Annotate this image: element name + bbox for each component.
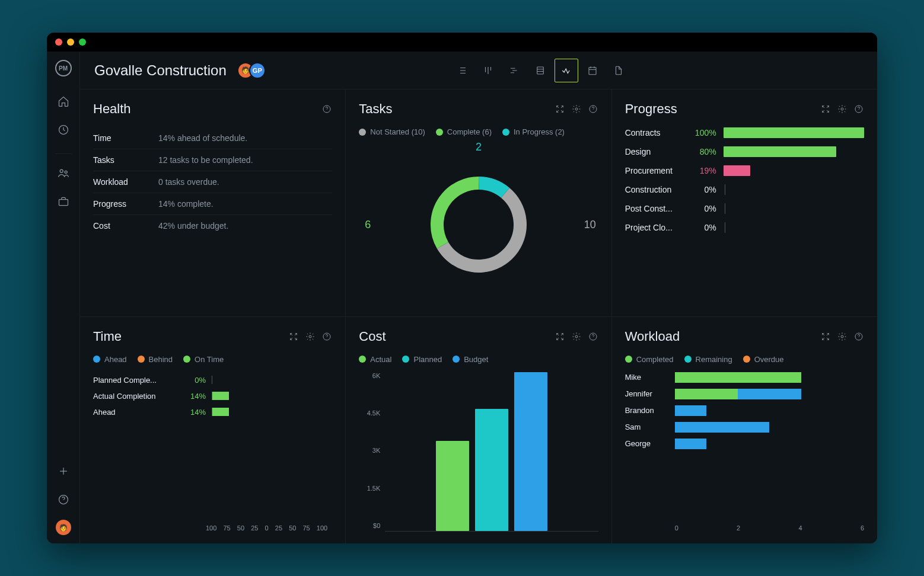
health-rows: Time14% ahead of schedule.Tasks12 tasks … [93,127,332,236]
help-icon[interactable] [853,331,864,342]
legend-dot [359,129,366,136]
legend-item[interactable]: Not Started (10) [359,127,425,136]
expand-icon[interactable] [820,104,831,114]
app-logo[interactable]: PM [55,60,72,76]
panel-title: Tasks [359,101,392,117]
progress-bar [724,146,864,157]
home-icon[interactable] [55,93,72,110]
workload-row: George [625,439,864,449]
avatar[interactable]: GP [249,62,266,79]
expand-icon[interactable] [555,331,565,342]
time-name: Planned Comple... [93,376,176,385]
progress-bar [724,165,864,176]
cost-legend: ActualPlannedBudget [359,355,598,364]
health-value: 14% complete. [158,199,214,209]
team-icon[interactable] [55,165,72,181]
progress-bar [724,222,864,233]
progress-row: Contracts100% [625,127,864,138]
gear-icon[interactable] [305,331,316,342]
progress-name: Procurement [625,166,683,175]
recent-icon[interactable] [55,121,72,138]
expand-icon[interactable] [288,331,299,342]
maximize-dot[interactable] [79,39,86,46]
rail-separator [55,153,72,154]
gantt-view-tab[interactable] [502,59,526,82]
health-label: Workload [93,177,158,187]
help-rail-icon[interactable] [55,491,72,508]
progress-bar [724,184,864,195]
legend-item[interactable]: In Progress (2) [502,127,565,136]
svg-point-1 [60,169,63,172]
expand-icon[interactable] [820,331,831,342]
legend-label: Completed [636,355,674,364]
legend-item[interactable]: Planned [402,355,442,364]
help-icon[interactable] [588,104,598,114]
progress-bar [724,127,864,138]
legend-dot [436,129,443,136]
help-icon[interactable] [321,104,332,114]
svg-point-8 [575,108,578,110]
legend-item[interactable]: Ahead [93,355,127,364]
tasks-legend: Not Started (10)Complete (6)In Progress … [359,127,598,136]
time-panel: Time AheadBehindOn Time Planned Comple..… [80,317,345,544]
legend-label: Budget [464,355,488,364]
user-avatar[interactable]: 🧑 [56,520,71,535]
health-row: Tasks12 tasks to be completed. [93,149,332,171]
legend-item[interactable]: Actual [359,355,391,364]
expand-icon[interactable] [555,104,565,114]
svg-rect-5 [537,67,544,74]
add-icon[interactable] [55,463,72,479]
member-avatars[interactable]: 🧑 GP [237,62,266,79]
gear-icon[interactable] [837,104,847,114]
axis-tick: 100 [206,524,216,532]
progress-pct: 0% [690,223,716,232]
dashboard-view-tab[interactable] [555,59,578,82]
health-value: 14% ahead of schedule. [158,133,247,143]
help-icon[interactable] [853,104,864,114]
list-view-tab[interactable] [450,59,474,82]
progress-name: Design [625,147,683,156]
legend-item[interactable]: Remaining [684,355,732,364]
legend-dot [183,356,190,363]
legend-dot [743,356,750,363]
close-dot[interactable] [55,39,62,46]
sheet-view-tab[interactable] [528,59,552,82]
time-row: Actual Completion14% [93,392,332,401]
project-header: Govalle Construction 🧑 GP [80,52,877,89]
legend-label: Remaining [696,355,732,364]
workload-rows: MikeJenniferBrandonSamGeorge [625,372,864,519]
calendar-view-tab[interactable] [581,59,604,82]
panel-title: Workload [625,329,680,344]
briefcase-icon[interactable] [55,193,72,210]
legend-item[interactable]: On Time [183,355,224,364]
files-view-tab[interactable] [607,59,630,82]
time-name: Ahead [93,408,176,417]
legend-item[interactable]: Complete (6) [436,127,492,136]
cost-yaxis: 6K4.5K3K1.5K$0 [359,372,385,532]
legend-dot [359,356,366,363]
legend-item[interactable]: Budget [453,355,488,364]
progress-panel: Progress Contracts100%Design80%Procureme… [612,89,877,316]
legend-label: On Time [195,355,224,364]
gear-icon[interactable] [571,331,582,342]
help-icon[interactable] [588,331,598,342]
workload-name: George [625,439,669,448]
help-icon[interactable] [321,331,332,342]
legend-label: Overdue [754,355,784,364]
panel-title: Cost [359,329,385,344]
progress-pct: 0% [690,204,716,213]
svg-point-13 [841,108,843,110]
legend-item[interactable]: Completed [625,355,674,364]
legend-item[interactable]: Behind [138,355,173,364]
gear-icon[interactable] [837,331,847,342]
axis-tick: 100 [317,524,327,532]
health-label: Time [93,133,158,143]
cost-bar [436,441,469,531]
board-view-tab[interactable] [476,59,500,82]
axis-tick: 2 [737,524,740,532]
gear-icon[interactable] [571,104,582,114]
progress-pct: 100% [690,128,716,137]
workload-panel: Workload CompletedRemainingOverdue MikeJ… [612,317,877,544]
legend-item[interactable]: Overdue [743,355,784,364]
minimize-dot[interactable] [67,39,74,46]
